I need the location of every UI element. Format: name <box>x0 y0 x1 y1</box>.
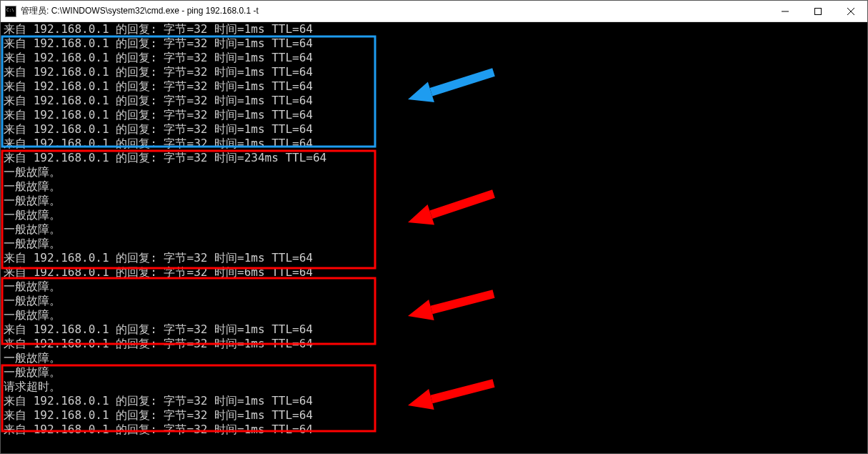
close-button[interactable] <box>834 1 867 22</box>
console-line: 一般故障。 <box>4 351 867 365</box>
console-line: 来自 192.168.0.1 的回复: 字节=32 时间=234ms TTL=6… <box>4 151 867 165</box>
console-line: 来自 192.168.0.1 的回复: 字节=32 时间=1ms TTL=64 <box>4 423 867 437</box>
console-line: 来自 192.168.0.1 的回复: 字节=32 时间=1ms TTL=64 <box>4 94 867 108</box>
console-line: 来自 192.168.0.1 的回复: 字节=32 时间=1ms TTL=64 <box>4 122 867 137</box>
console-line: 来自 192.168.0.1 的回复: 字节=32 时间=1ms TTL=64 <box>4 22 867 36</box>
minimize-button[interactable] <box>769 1 802 22</box>
svg-rect-1 <box>815 9 822 15</box>
window-controls <box>769 1 867 21</box>
console-line: 一般故障。 <box>4 179 867 194</box>
console-line: 来自 192.168.0.1 的回复: 字节=32 时间=1ms TTL=64 <box>4 36 867 51</box>
cmd-window: 管理员: C:\WINDOWS\system32\cmd.exe - ping … <box>0 0 868 454</box>
close-icon <box>847 8 854 15</box>
console-line: 一般故障。 <box>4 208 867 222</box>
console-line: 一般故障。 <box>4 308 867 322</box>
console-line: 一般故障。 <box>4 165 867 179</box>
console-line: 来自 192.168.0.1 的回复: 字节=32 时间=1ms TTL=64 <box>4 108 867 122</box>
console-line: 一般故障。 <box>4 237 867 251</box>
console-line: 一般故障。 <box>4 280 867 294</box>
maximize-icon <box>814 8 822 15</box>
console-line: 来自 192.168.0.1 的回复: 字节=32 时间=1ms TTL=64 <box>4 394 867 408</box>
maximize-button[interactable] <box>802 1 834 22</box>
titlebar[interactable]: 管理员: C:\WINDOWS\system32\cmd.exe - ping … <box>1 1 867 22</box>
console-line: 来自 192.168.0.1 的回复: 字节=32 时间=1ms TTL=64 <box>4 65 867 79</box>
console-line: 请求超时。 <box>4 380 867 394</box>
console-line: 一般故障。 <box>4 365 867 380</box>
console-line: 一般故障。 <box>4 222 867 237</box>
console-line: 一般故障。 <box>4 194 867 208</box>
console-output[interactable]: 来自 192.168.0.1 的回复: 字节=32 时间=1ms TTL=64来… <box>1 22 867 453</box>
cmd-icon <box>5 6 16 17</box>
console-line: 来自 192.168.0.1 的回复: 字节=32 时间=1ms TTL=64 <box>4 79 867 94</box>
console-line: 一般故障。 <box>4 294 867 308</box>
console-line: 来自 192.168.0.1 的回复: 字节=32 时间=1ms TTL=64 <box>4 408 867 423</box>
window-title: 管理员: C:\WINDOWS\system32\cmd.exe - ping … <box>21 5 259 17</box>
console-line: 来自 192.168.0.1 的回复: 字节=32 时间=1ms TTL=64 <box>4 251 867 265</box>
console-line: 来自 192.168.0.1 的回复: 字节=32 时间=1ms TTL=64 <box>4 322 867 337</box>
console-line: 来自 192.168.0.1 的回复: 字节=32 时间=6ms TTL=64 <box>4 265 867 280</box>
console-line: 来自 192.168.0.1 的回复: 字节=32 时间=1ms TTL=64 <box>4 51 867 65</box>
console-line: 来自 192.168.0.1 的回复: 字节=32 时间=1ms TTL=64 <box>4 337 867 351</box>
minimize-icon <box>782 8 789 15</box>
console-line: 来自 192.168.0.1 的回复: 字节=32 时间=1ms TTL=64 <box>4 137 867 151</box>
